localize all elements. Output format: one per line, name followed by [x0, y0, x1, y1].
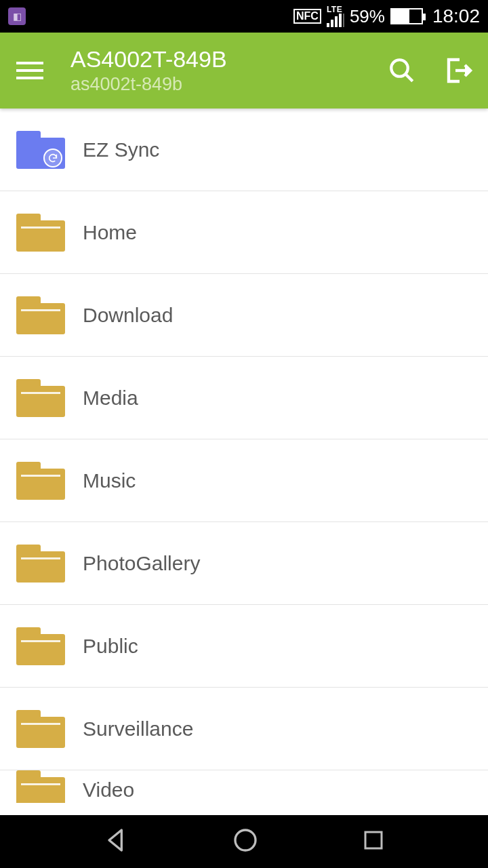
list-item[interactable]: PhotoGallery — [0, 522, 488, 605]
appbar-titles: AS4002T-849B as4002t-849b — [70, 46, 227, 95]
app-bar: AS4002T-849B as4002t-849b — [0, 33, 488, 108]
home-button[interactable] — [232, 827, 259, 856]
folder-label: Media — [83, 387, 138, 410]
sync-badge-icon — [43, 149, 62, 167]
folder-list: EZ Sync Home Download Media Music PhotoG… — [0, 108, 488, 803]
clock: 18:02 — [432, 5, 480, 27]
signal-icon: LTE — [327, 5, 344, 27]
nfc-icon: NFC — [293, 9, 321, 24]
folder-icon — [16, 710, 65, 748]
list-item[interactable]: Home — [0, 191, 488, 274]
list-item[interactable]: Download — [0, 274, 488, 357]
running-app-icon: ◧ — [8, 7, 26, 25]
page-subtitle: as4002t-849b — [70, 74, 227, 95]
list-item[interactable]: Public — [0, 605, 488, 688]
folder-icon — [16, 770, 65, 803]
battery-icon — [390, 8, 423, 24]
battery-percent: 59% — [350, 6, 385, 27]
svg-point-2 — [235, 830, 256, 850]
folder-label: PhotoGallery — [83, 552, 200, 575]
folder-label: Surveillance — [83, 717, 193, 741]
folder-label: Home — [83, 221, 137, 244]
menu-icon[interactable] — [16, 57, 43, 84]
folder-label: Download — [83, 304, 173, 327]
status-bar: ◧ NFC LTE 59% 18:02 — [0, 0, 488, 33]
folder-label: Music — [83, 469, 136, 492]
recents-button[interactable] — [361, 828, 386, 855]
system-nav-bar — [0, 815, 488, 868]
folder-label: Video — [83, 778, 134, 803]
list-item[interactable]: EZ Sync — [0, 108, 488, 191]
folder-icon — [16, 214, 65, 252]
search-icon[interactable] — [388, 56, 416, 85]
svg-point-0 — [391, 60, 408, 77]
back-button[interactable] — [102, 827, 129, 856]
sync-folder-icon — [16, 131, 65, 169]
page-title: AS4002T-849B — [70, 46, 227, 73]
list-item[interactable]: Media — [0, 357, 488, 439]
list-item[interactable]: Video — [0, 770, 488, 803]
logout-icon[interactable] — [442, 54, 474, 87]
folder-icon — [16, 627, 65, 665]
folder-label: EZ Sync — [83, 138, 159, 161]
folder-icon — [16, 462, 65, 500]
folder-label: Public — [83, 635, 138, 658]
svg-rect-3 — [365, 832, 382, 848]
list-item[interactable]: Surveillance — [0, 688, 488, 770]
folder-icon — [16, 296, 65, 334]
list-item[interactable]: Music — [0, 439, 488, 522]
svg-line-1 — [405, 74, 413, 81]
folder-icon — [16, 545, 65, 583]
folder-icon — [16, 379, 65, 417]
